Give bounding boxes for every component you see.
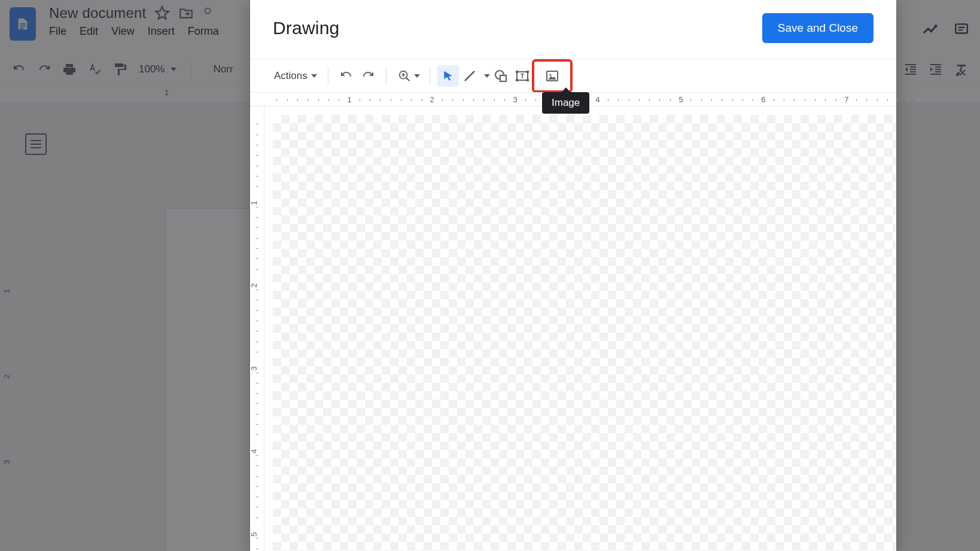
vruler-mark: 2 (249, 284, 258, 288)
hruler-minor (794, 99, 795, 101)
vruler-minor (256, 207, 258, 208)
svg-rect-13 (500, 75, 506, 81)
vruler-minor (256, 517, 258, 518)
vruler-minor (256, 135, 258, 135)
vruler-minor (256, 258, 258, 259)
hruler-minor (411, 99, 412, 101)
vruler-minor (256, 217, 258, 218)
svg-point-21 (549, 74, 551, 75)
hruler-minor (836, 99, 836, 101)
drawing-vruler: 1 2 3 4 5 (250, 106, 264, 551)
vruler-mark: 1 (249, 201, 258, 205)
hruler-minor (639, 99, 640, 101)
hruler-minor (753, 99, 753, 101)
actions-label: Actions (274, 70, 308, 82)
tooltip-text: Image (552, 97, 580, 108)
actions-menu[interactable]: Actions (270, 70, 321, 82)
vruler-minor (256, 352, 258, 352)
vruler-minor (256, 176, 258, 176)
vruler-minor (256, 434, 258, 435)
drawing-dialog: Drawing Save and Close Actions (250, 0, 896, 551)
hruler-minor (473, 99, 474, 101)
vruler-minor (256, 486, 258, 487)
hruler-minor (618, 99, 619, 101)
hruler-minor (908, 99, 909, 101)
hruler-minor (608, 99, 608, 101)
vruler-minor (256, 383, 258, 383)
vruler-minor (256, 186, 258, 187)
dialog-title: Drawing (273, 18, 339, 38)
hruler-minor (690, 99, 691, 101)
hruler-mark: 4 (595, 95, 599, 104)
vruler-minor (256, 269, 258, 270)
vruler-minor (256, 248, 258, 249)
vruler-minor (256, 507, 258, 507)
drawing-canvas[interactable] (264, 106, 896, 551)
hruler-minor (442, 99, 443, 101)
zoom-caret-icon[interactable] (414, 74, 420, 78)
hruler-minor (732, 99, 733, 101)
vruler-minor (256, 455, 258, 456)
hruler-mark: 6 (761, 95, 765, 104)
hruler-minor (701, 99, 702, 101)
vruler-minor (256, 290, 258, 290)
drawing-toolbar: Actions T (250, 59, 896, 92)
save-close-button[interactable]: Save and Close (762, 13, 874, 43)
hruler-minor (328, 99, 329, 101)
redo-drawing-icon[interactable] (357, 65, 379, 87)
svg-rect-19 (526, 79, 529, 81)
vruler-minor (256, 145, 258, 145)
image-tool-icon[interactable] (533, 60, 571, 92)
vruler-minor (256, 238, 258, 239)
select-tool-icon[interactable] (437, 65, 459, 87)
hruler-minor (742, 99, 743, 101)
hruler-minor (422, 99, 422, 101)
hruler-minor (856, 99, 857, 101)
hruler-minor (494, 99, 495, 101)
hruler-minor (380, 99, 381, 101)
hruler-minor (805, 99, 805, 101)
hruler-minor (483, 99, 484, 101)
vruler-minor (256, 393, 258, 394)
vruler-minor (256, 497, 258, 497)
vruler-minor (256, 424, 258, 425)
zoom-tool-icon[interactable] (394, 65, 415, 87)
textbox-tool-icon[interactable]: T (512, 65, 533, 87)
vruler-minor (256, 465, 258, 466)
hruler-mark: 7 (844, 95, 848, 104)
hruler-minor (391, 99, 391, 101)
checker-background (273, 115, 896, 551)
vruler-minor (256, 476, 258, 477)
hruler-minor (897, 99, 898, 101)
vruler-minor (256, 538, 258, 538)
vruler-minor (256, 321, 258, 321)
svg-text:T: T (520, 72, 524, 80)
hruler-minor (308, 99, 308, 101)
image-tooltip: Image (542, 92, 589, 114)
vruler-minor (256, 155, 258, 156)
hruler-minor (463, 99, 464, 101)
hruler-minor (722, 99, 722, 101)
vruler-minor (256, 300, 258, 300)
hruler-minor (774, 99, 774, 101)
hruler-mark: 5 (678, 95, 683, 104)
undo-drawing-icon[interactable] (336, 65, 357, 87)
hruler-minor (784, 99, 784, 101)
vruler-mark: 3 (249, 367, 258, 371)
line-tool-icon[interactable] (459, 65, 480, 87)
svg-rect-17 (526, 71, 529, 73)
vruler-mark: 5 (249, 532, 258, 537)
svg-line-8 (406, 77, 410, 81)
vruler-minor (256, 414, 258, 415)
vruler-minor (256, 166, 258, 166)
hruler-minor (287, 99, 288, 101)
svg-line-11 (465, 71, 474, 81)
shape-tool-icon[interactable] (490, 65, 512, 87)
svg-rect-18 (516, 79, 518, 81)
dialog-header: Drawing Save and Close (250, 0, 896, 59)
hruler-minor (659, 99, 660, 101)
hruler-mark: 3 (513, 95, 517, 104)
hruler-minor (370, 99, 370, 101)
hruler-minor (887, 99, 888, 101)
line-caret-icon[interactable] (484, 74, 490, 78)
